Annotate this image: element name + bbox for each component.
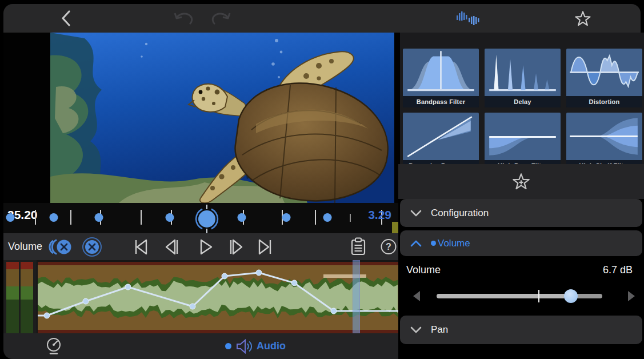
- configuration-label: Configuration: [431, 208, 489, 219]
- effects-grid: Bandpass FilterDelayDistortionDynamics P…: [403, 49, 642, 164]
- keyframe-marker-dot-tick[interactable]: [95, 210, 106, 226]
- volume-parameter-label: Volume: [406, 264, 441, 276]
- underwater-turtle-scene: [50, 33, 394, 203]
- skip-back-icon: [131, 238, 151, 256]
- envelope-keyframe-point[interactable]: [125, 284, 131, 290]
- keyframe-marker-tick-small[interactable]: [345, 210, 356, 226]
- audio-tab-label: Audio: [257, 340, 286, 352]
- keyframe-marker-dot-tick[interactable]: [166, 210, 177, 226]
- keyframe-marker-tick[interactable]: [310, 210, 321, 226]
- volume-section-label: Volume: [431, 238, 470, 249]
- keyframe-dot[interactable]: [282, 213, 291, 222]
- slider-increment-arrow[interactable]: [628, 291, 635, 301]
- slider-zero-tick: [538, 290, 539, 302]
- envelope-keyframe-point[interactable]: [44, 313, 50, 318]
- timeline-tick: [141, 210, 142, 225]
- keyframe-dot[interactable]: [6, 213, 15, 222]
- timeline-tick: [350, 214, 351, 222]
- waveform-and-envelope: [38, 262, 398, 333]
- effect-tile[interactable]: Dynamics Processor: [403, 113, 479, 164]
- play-icon: [196, 238, 214, 256]
- volume-detail-panel: Volume 6.7 dB: [398, 256, 644, 316]
- audio-tab[interactable]: Audio: [225, 333, 286, 359]
- keyframe-marker-selected[interactable]: [193, 205, 221, 236]
- keyframe-marker-dot[interactable]: [48, 210, 59, 226]
- slider-decrement-arrow[interactable]: [413, 291, 420, 301]
- envelope-keyframe-point[interactable]: [331, 308, 337, 314]
- timeline-tick: [35, 210, 36, 225]
- envelope-keyframe-point[interactable]: [83, 298, 89, 304]
- effect-tile[interactable]: Bandpass Filter: [403, 49, 479, 107]
- speaker-icon: [235, 339, 253, 354]
- envelope-keyframe-point[interactable]: [222, 273, 227, 279]
- effect-tile[interactable]: High-Shelf Filter: [566, 113, 642, 164]
- keyframe-dot[interactable]: [50, 213, 58, 222]
- level-meter-left: [6, 262, 19, 333]
- track-label: Volume: [8, 233, 42, 260]
- undo-arrow-icon: [173, 10, 194, 27]
- timeline-tick: [70, 210, 71, 225]
- envelope-keyframe-point[interactable]: [256, 270, 262, 276]
- previous-keyframe-button[interactable]: [131, 233, 151, 260]
- keyframe-dot[interactable]: [95, 213, 103, 222]
- effect-tile-label: High-Pass Filter: [485, 160, 561, 164]
- undo-button[interactable]: [170, 4, 197, 33]
- section-pan[interactable]: Pan: [400, 316, 642, 344]
- effect-tile[interactable]: High-Pass Filter: [485, 113, 561, 164]
- keyframe-marker-tick-dot[interactable]: [277, 210, 288, 226]
- effect-tile[interactable]: Distortion: [566, 49, 642, 107]
- audio-waveform-icon: [455, 10, 481, 26]
- keyframe-timeline[interactable]: 35.20 3.29: [3, 203, 398, 233]
- keyframe-marker-tick[interactable]: [135, 210, 147, 226]
- audio-effects-toggle[interactable]: [454, 4, 482, 33]
- volume-slider-thumb[interactable]: [564, 289, 578, 303]
- keyframe-dot[interactable]: [166, 213, 174, 222]
- section-volume[interactable]: Volume: [400, 230, 642, 256]
- next-keyframe-button[interactable]: [255, 233, 274, 260]
- envelope-keyframe-point[interactable]: [190, 304, 195, 309]
- keyframe-dot[interactable]: [238, 213, 246, 222]
- volume-slider-track[interactable]: [437, 294, 602, 298]
- gauge-icon: [45, 337, 62, 356]
- chevron-down-icon: [410, 210, 422, 217]
- effect-tile-label: Delay: [485, 96, 561, 107]
- inspector-panel: Configuration Volume Volume 6.7 dB: [398, 164, 644, 359]
- paste-attributes-button[interactable]: [350, 233, 367, 260]
- video-frame[interactable]: [50, 33, 394, 203]
- step-back-button[interactable]: [162, 233, 182, 260]
- remove-keyframe-button[interactable]: [82, 233, 102, 260]
- effect-tile-label: Dynamics Processor: [403, 160, 479, 164]
- help-icon: ?: [381, 239, 397, 254]
- preset-zone: [398, 164, 644, 199]
- keyframe-toolbar: Volume: [3, 233, 398, 260]
- distortion-icon: [566, 49, 642, 96]
- audio-clip[interactable]: [38, 262, 398, 333]
- star-icon: [574, 10, 591, 27]
- section-configuration[interactable]: Configuration: [400, 199, 642, 227]
- back-button[interactable]: [54, 4, 79, 33]
- effect-tile-label: High-Shelf Filter: [566, 160, 642, 164]
- envelope-keyframe-point[interactable]: [291, 280, 297, 286]
- top-toolbar: [3, 4, 641, 33]
- redo-button[interactable]: [208, 4, 234, 33]
- remove-all-keyframes-button[interactable]: [49, 233, 73, 260]
- remaining-timecode: 3.29: [368, 208, 391, 222]
- playhead[interactable]: [353, 260, 360, 333]
- audio-effects-panel: Bandpass FilterDelayDistortionDynamics P…: [400, 33, 644, 164]
- step-forward-button[interactable]: [226, 233, 246, 260]
- effect-tile[interactable]: Delay: [485, 49, 561, 107]
- keyframe-marker-dot[interactable]: [322, 210, 333, 226]
- star-plus-icon[interactable]: [511, 172, 531, 191]
- keyframe-marker-dot[interactable]: [5, 210, 16, 226]
- keyframe-marker-tick[interactable]: [30, 210, 41, 226]
- play-button[interactable]: [196, 233, 214, 260]
- keyframe-dot[interactable]: [323, 213, 332, 222]
- favorites-button[interactable]: [568, 4, 598, 33]
- help-button[interactable]: ?: [381, 233, 397, 260]
- keyframe-marker-dot-tick[interactable]: [238, 210, 249, 226]
- delay-icon: [485, 49, 561, 96]
- audio-active-dot: [225, 343, 231, 349]
- audio-level-meters: [3, 260, 37, 333]
- keyframe-marker-tick[interactable]: [65, 210, 77, 226]
- speed-button[interactable]: [45, 333, 62, 359]
